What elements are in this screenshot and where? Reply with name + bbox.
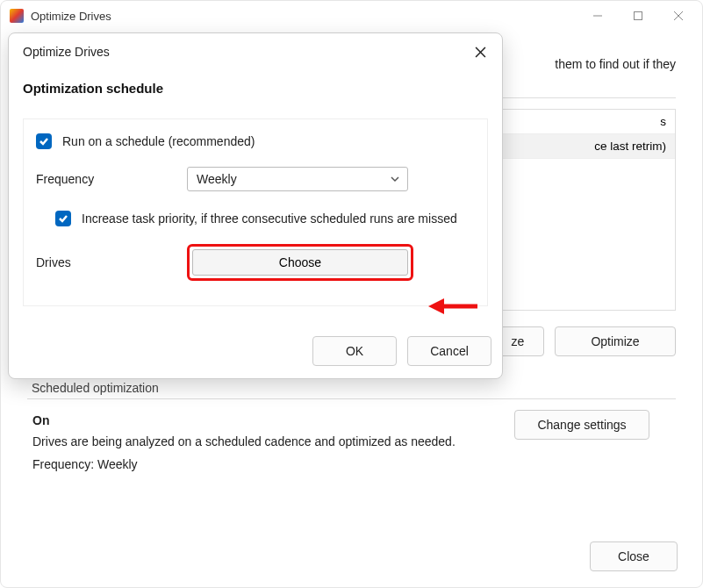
choose-drives-button[interactable]: Choose [192, 249, 408, 276]
choose-highlight: Choose [187, 244, 413, 281]
minimize-button[interactable] [577, 2, 618, 30]
svg-marker-7 [428, 298, 444, 314]
dialog-heading: Optimization schedule [23, 81, 488, 96]
close-button[interactable]: Close [590, 541, 678, 571]
window-title: Optimize Drives [31, 10, 111, 23]
increase-priority-label: Increase task priority, if three consecu… [82, 212, 457, 226]
schedule-frequency: Frequency: Weekly [32, 457, 671, 471]
ok-button[interactable]: OK [312, 336, 397, 366]
cancel-button[interactable]: Cancel [407, 336, 491, 366]
dialog-close-button[interactable] [472, 44, 488, 60]
annotation-arrow-icon [428, 296, 477, 320]
run-schedule-label: Run on a schedule (recommended) [62, 134, 255, 148]
run-schedule-checkbox[interactable] [36, 133, 52, 149]
frequency-label: Frequency [36, 172, 187, 186]
close-window-button[interactable] [658, 2, 699, 30]
dialog-title: Optimize Drives [23, 45, 110, 59]
frequency-value: Weekly [197, 172, 237, 186]
change-settings-button[interactable]: Change settings [514, 410, 649, 440]
chevron-down-icon [390, 174, 400, 184]
scheduled-section-title: Scheduled optimization [32, 381, 676, 395]
maximize-button[interactable] [618, 2, 658, 30]
frequency-select[interactable]: Weekly [187, 167, 408, 191]
increase-priority-checkbox[interactable] [55, 211, 71, 226]
titlebar: Optimize Drives [1, 1, 702, 31]
divider [27, 398, 676, 399]
schedule-dialog: Optimize Drives Optimization schedule Ru… [8, 32, 503, 379]
app-icon [10, 9, 24, 23]
drives-label: Drives [36, 255, 187, 269]
optimize-button[interactable]: Optimize [555, 326, 676, 356]
svg-rect-1 [635, 12, 642, 20]
